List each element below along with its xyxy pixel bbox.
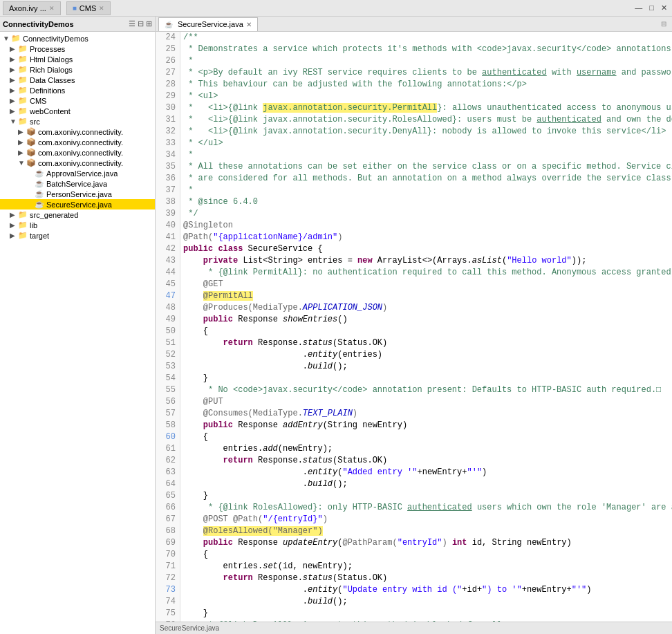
ln-74: 74 (160, 596, 176, 608)
sidebar-header: ConnectivityDemos ☰ ⊟ ⊞ (0, 17, 155, 32)
lib-arrow: ▶ (10, 221, 17, 229)
editor-tab-secure[interactable]: ☕ SecureService.java ✕ (158, 17, 258, 31)
processes-arrow: ▶ (10, 45, 17, 53)
tree-lib[interactable]: ▶ 📁 lib (0, 220, 155, 230)
cms-folder-label: CMS (30, 97, 46, 105)
ln-66: 66 (160, 502, 176, 514)
tree-rich-dialogs[interactable]: ▶ 📁 Rich Dialogs (0, 64, 155, 75)
code-line-83: } (183, 608, 672, 619)
ln-35: 35 (160, 161, 176, 173)
ln-44: 44 (160, 267, 176, 279)
tree-html-dialogs[interactable]: ▶ 📁 Html Dialogs (0, 54, 155, 64)
collapse-btn[interactable]: ⊟ (138, 19, 144, 28)
code-line-77: public Response updateEntry(@PathParam("… (183, 537, 672, 549)
axon-tab[interactable]: Axon.ivy ... ✕ (3, 1, 61, 15)
ln-40: 40 (160, 220, 176, 232)
webcontent-arrow: ▶ (10, 107, 17, 115)
target-icon: 📁 (18, 231, 28, 240)
webcontent-icon: 📁 (18, 106, 28, 115)
code-line-60: * No <code>javax.security</code> annotat… (183, 384, 672, 396)
editor-area: ☕ SecureService.java ✕ ⊟ 24 25 26 27 28 … (156, 17, 672, 634)
tree-src[interactable]: ▼ 📁 src (0, 116, 155, 127)
tree-root[interactable]: ▼ 📁 ConnectivityDemos (0, 33, 155, 44)
code-line-67: return Response.status(Status.OK) (183, 455, 672, 467)
new-btn[interactable]: ☰ (129, 19, 136, 28)
tree-secure[interactable]: ☕ SecureService.java (0, 199, 155, 209)
project-tree: ▼ 📁 ConnectivityDemos ▶ 📁 Processes ▶ 📁 … (0, 32, 155, 242)
link-btn[interactable]: ⊞ (146, 19, 152, 28)
code-line-25: * Demonstrates a service which protects … (183, 44, 672, 55)
ln-47: 47 (160, 290, 176, 302)
tree-pkg4[interactable]: ▼ 📦 com.axonivy.connectivity. (0, 158, 155, 168)
close-btn[interactable]: ✕ (659, 3, 669, 13)
code-line-81: .entity("Update entry with id ("+id+") t… (183, 584, 672, 596)
definitions-label: Definitions (30, 86, 65, 95)
data-classes-label: Data Classes (30, 76, 75, 84)
lib-label: lib (30, 221, 37, 230)
code-line-44: private List<String> entries = new Array… (183, 255, 672, 267)
ln-64: 64 (160, 478, 176, 490)
tree-batch[interactable]: ☕ BatchService.java (0, 178, 155, 189)
ln-32: 32 (160, 126, 176, 138)
editor-content: 24 25 26 27 28 29 30 31 32 33 34 35 36 3… (156, 32, 672, 622)
code-line-82: .build(); (183, 596, 672, 608)
data-classes-icon: 📁 (18, 75, 28, 84)
cms-tab-close[interactable]: ✕ (99, 5, 104, 12)
ln-62: 62 (160, 455, 176, 467)
cms-tab[interactable]: ■ CMS ✕ (66, 1, 111, 15)
tree-approval[interactable]: ☕ ApprovalService.java (0, 168, 155, 178)
window-controls: — □ ✕ (633, 3, 669, 13)
tree-pkg2[interactable]: ▶ 📦 com.axonivy.connectivity. (0, 137, 155, 147)
pkg3-label: com.axonivy.connectivity. (38, 149, 123, 157)
tree-src-generated[interactable]: ▶ 📁 src_generated (0, 209, 155, 220)
ln-38: 38 (160, 196, 176, 208)
ln-56: 56 (160, 396, 176, 408)
ln-61: 61 (160, 443, 176, 455)
pkg4-icon: 📦 (26, 158, 36, 167)
ln-52: 52 (160, 349, 176, 361)
code-line-30: * <li>{@link javax.annotation.security.P… (183, 102, 672, 114)
code-line-55: .build(); (183, 361, 672, 373)
target-label: target (30, 232, 49, 240)
editor-tab-close[interactable]: ✕ (246, 21, 252, 28)
code-line-51: public Response showEntries() (183, 314, 672, 326)
ln-57: 57 (160, 408, 176, 420)
tree-pkg1[interactable]: ▶ 📦 com.axonivy.connectivity. (0, 127, 155, 137)
ln-36: 36 (160, 173, 176, 185)
sidebar-title: ConnectivityDemos (3, 20, 74, 28)
tree-pkg3[interactable]: ▶ 📦 com.axonivy.connectivity. (0, 147, 155, 158)
pkg3-icon: 📦 (26, 148, 36, 157)
code-line-35: * All these annotations can be set eithe… (183, 161, 672, 173)
ln-28: 28 (160, 79, 176, 91)
axon-tab-icon: ✕ (49, 5, 55, 12)
code-line-49: @PermitAll (183, 290, 672, 302)
tree-definitions[interactable]: ▶ 📁 Definitions (0, 85, 155, 95)
code-line-76: @RolesAllowed("Manager") (183, 525, 672, 537)
code-line-37: * (183, 185, 672, 196)
pkg1-arrow: ▶ (18, 128, 25, 136)
ln-24: 24 (160, 32, 176, 44)
root-arrow: ▼ (3, 35, 10, 42)
batch-label: BatchService.java (46, 180, 107, 188)
ln-30: 30 (160, 102, 176, 114)
axon-tab-label: Axon.ivy ... (9, 4, 46, 12)
status-text: SecureService.java (160, 624, 219, 632)
definitions-arrow: ▶ (10, 86, 17, 94)
tree-person[interactable]: ☕ PersonService.java (0, 189, 155, 199)
code-line-33: * </ul> (183, 138, 672, 149)
tree-cms-folder[interactable]: ▶ 📁 CMS (0, 95, 155, 106)
code-line-78: { (183, 549, 672, 561)
minimize-btn[interactable]: — (633, 3, 644, 13)
tree-webcontent[interactable]: ▶ 📁 webContent (0, 106, 155, 116)
editor-tab-menu[interactable]: ⊟ (661, 20, 669, 28)
editor-tab-bar: ☕ SecureService.java ✕ ⊟ (156, 17, 672, 32)
tree-target[interactable]: ▶ 📁 target (0, 230, 155, 241)
code-line-50: @Produces(MediaType.APPLICATION_JSON) (183, 302, 672, 314)
cms-tab-label: CMS (80, 4, 96, 12)
cms-folder-arrow: ▶ (10, 97, 17, 104)
ln-25: 25 (160, 44, 176, 55)
tree-data-classes[interactable]: ▶ 📁 Data Classes (0, 75, 155, 85)
tree-processes[interactable]: ▶ 📁 Processes (0, 44, 155, 54)
pkg2-label: com.axonivy.connectivity. (38, 138, 123, 147)
maximize-btn[interactable]: □ (647, 3, 656, 13)
